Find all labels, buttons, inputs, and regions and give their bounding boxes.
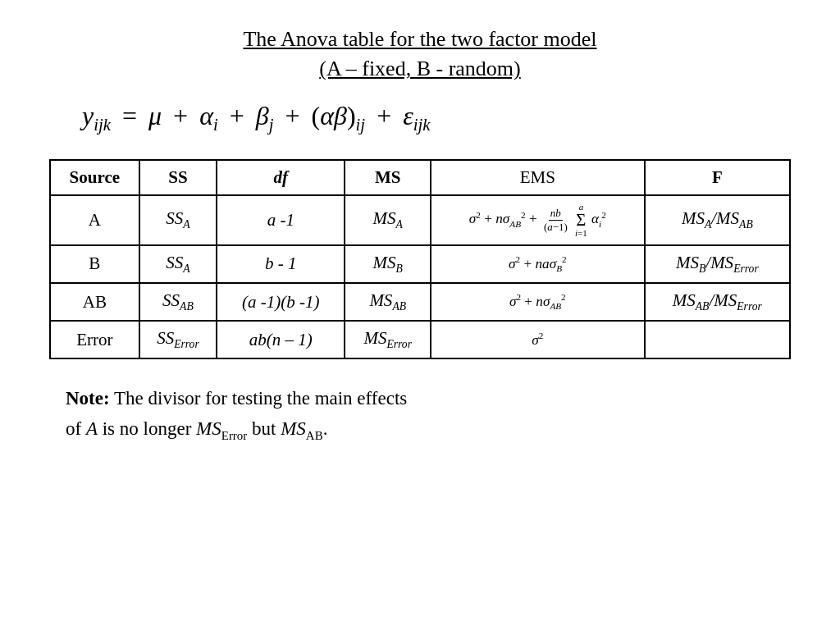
cell-source-error: Error: [50, 321, 139, 358]
note-text-2: of A is no longer MSError but MSAB.: [66, 418, 327, 439]
cell-ss-a: SSA: [139, 195, 217, 245]
col-header-ss: SS: [139, 160, 217, 195]
main-formula: yijk = μ + αi + βj + (αβ)ij + εijk: [82, 101, 791, 135]
col-header-ms: MS: [345, 160, 431, 195]
cell-f-a: MSA/MSAB: [645, 195, 790, 245]
col-header-ems: EMS: [431, 160, 645, 195]
cell-ss-b: SSA: [139, 245, 217, 283]
table-row: A SSA a -1 MSA σ2 + nσAB2 + nb (a−1) a Σ…: [50, 195, 790, 245]
cell-ms-a: MSA: [345, 195, 431, 245]
page-title: The Anova table for the two factor model…: [49, 25, 791, 84]
col-header-source: Source: [50, 160, 139, 195]
cell-ss-error: SSError: [139, 321, 217, 358]
cell-df-ab: (a -1)(b -1): [217, 283, 345, 321]
table-row: Error SSError ab(n – 1) MSError σ2: [50, 321, 790, 358]
cell-source-a: A: [50, 195, 139, 245]
cell-ems-b: σ2 + naσB2: [431, 245, 645, 283]
cell-ems-error: σ2: [431, 321, 645, 358]
note-text-1: The divisor for testing the main effects: [114, 388, 407, 409]
cell-ms-b: MSB: [345, 245, 431, 283]
cell-ms-error: MSError: [345, 321, 431, 358]
table-row: AB SSAB (a -1)(b -1) MSAB σ2 + nσAB2 MSA…: [50, 283, 790, 321]
col-header-f: F: [645, 160, 790, 195]
col-header-df: df: [217, 160, 345, 195]
cell-ems-a: σ2 + nσAB2 + nb (a−1) a Σ i=1 αi2: [431, 195, 645, 245]
cell-df-b: b - 1: [217, 245, 345, 283]
cell-ss-ab: SSAB: [139, 283, 217, 321]
cell-source-ab: AB: [50, 283, 139, 321]
table-row: B SSA b - 1 MSB σ2 + naσB2 MSB/MSError: [50, 245, 790, 283]
cell-f-error: [645, 321, 790, 358]
cell-f-ab: MSAB/MSError: [645, 283, 790, 321]
cell-df-a: a -1: [217, 195, 345, 245]
cell-source-b: B: [50, 245, 139, 283]
cell-ems-ab: σ2 + nσAB2: [431, 283, 645, 321]
cell-ms-ab: MSAB: [345, 283, 431, 321]
note-section: Note: The divisor for testing the main e…: [49, 384, 791, 445]
note-bold-label: Note:: [66, 388, 110, 409]
anova-table: Source SS df MS EMS F A SSA a -1 MSA σ2 …: [49, 159, 791, 359]
cell-df-error: ab(n – 1): [217, 321, 345, 358]
cell-f-b: MSB/MSError: [645, 245, 790, 283]
table-header-row: Source SS df MS EMS F: [50, 160, 790, 195]
title-section: The Anova table for the two factor model…: [49, 25, 791, 84]
